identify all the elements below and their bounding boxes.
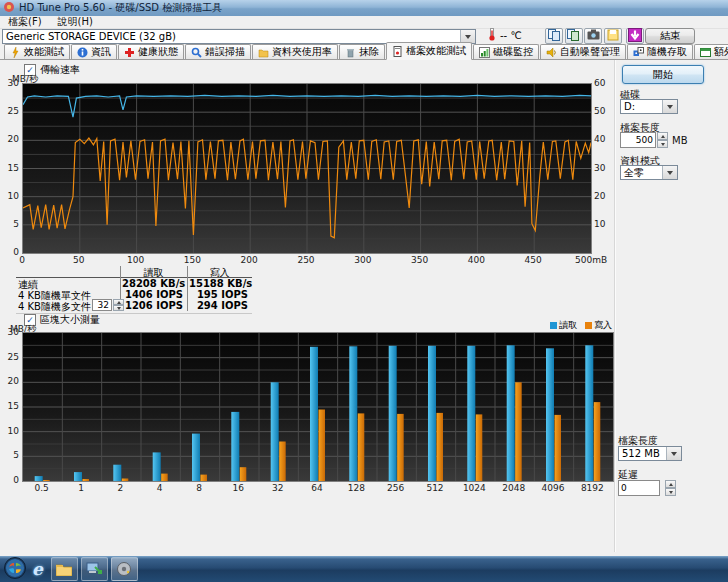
titlebar: HD Tune Pro 5.60 - 硬碟/SSD 檢測掃描工具 [0,0,728,16]
tab-6[interactable]: 檔案效能測試 [386,42,472,60]
table-line-v [187,266,188,311]
exit-button[interactable]: 結束 [645,28,695,44]
legend-swatch [585,322,592,329]
chart1-ytick-left: 25 [2,106,19,116]
stepper-down-icon[interactable] [657,140,668,148]
read-bar-4 [153,452,161,481]
chart2-xtick: 64 [299,483,335,493]
legend-item-讀取: 讀取 [550,319,577,332]
chart1-xtick: 100 [121,255,151,265]
tab-2[interactable]: 健康狀態 [118,44,184,59]
write-bar-2 [122,479,129,482]
read-bar-1 [74,472,82,481]
chart2-xtick: 4 [142,483,178,493]
chart2-xtick: 8192 [574,483,610,493]
tab-label: 磁碟監控 [493,45,533,59]
temperature-readout: -- ℃ [500,30,522,41]
read-bar-8 [192,434,200,481]
chart2-ytick: 5 [2,450,19,460]
stepper-up-icon[interactable] [657,132,668,140]
stepper-down-icon[interactable] [113,305,124,311]
chart1-ytick-right: 50 [594,106,605,116]
chart2-legend: 讀取寫入 [440,319,612,332]
disk-select-value: D: [621,101,662,112]
chart1-xtick: 0 [7,255,37,265]
read-bar-512 [428,346,436,481]
disk-select[interactable]: D: [620,99,678,114]
tab-9[interactable]: 隨機存取 [627,44,693,59]
table-row-write: 15188 KB/s [189,278,248,289]
stepper-up-icon[interactable] [665,480,676,488]
random-access-icon [633,47,644,58]
chart2-xtick: 1 [63,483,99,493]
hdtune-icon[interactable] [111,557,138,581]
tab-5[interactable]: 抹除 [339,44,385,59]
ie-icon[interactable]: e [32,559,43,579]
extra-tests-icon [700,47,711,58]
block-file-length-select[interactable]: 512 MB [618,446,682,461]
explorer-icon[interactable] [51,557,78,581]
chart2-ytick: 0 [2,475,19,485]
delay-stepper[interactable]: 0 [618,480,676,496]
data-pattern-select[interactable]: 全零 [620,165,678,180]
tab-10[interactable]: 額外測試 [694,44,728,59]
chart1-ytick-left: 10 [2,191,19,201]
menu-item-0[interactable]: 檔案(F) [0,15,50,29]
copy-results-button[interactable] [545,28,563,44]
chart2-ytick: 25 [2,352,19,362]
tab-label: 健康狀態 [138,45,178,59]
toolbar: Generic STORAGE DEVICE (32 gB) -- ℃ 結束 [0,28,728,44]
save-button[interactable] [604,28,622,44]
chart1-xtick: 250 [291,255,321,265]
tab-3[interactable]: 錯誤掃描 [185,44,251,59]
chart2-xtick: 32 [260,483,296,493]
chart2-xtick: 1024 [456,483,492,493]
file-benchmark-icon [392,46,403,57]
chart2-xtick: 2048 [496,483,532,493]
chevron-down-icon[interactable] [662,166,677,179]
tab-1[interactable]: 資訊 [71,44,117,59]
delay-value[interactable]: 0 [618,480,660,496]
write-bar-1024 [476,414,483,481]
copy-image-button[interactable] [565,28,583,44]
screenshot-button[interactable] [584,28,602,44]
tab-8[interactable]: 自動噪聲管理 [540,44,626,59]
write-bar-512 [437,413,444,481]
tab-4[interactable]: 資料夾使用率 [252,44,338,59]
transfer-rate-label: 傳輸速率 [40,63,80,77]
write-bar-128 [358,413,365,481]
chart2-xtick: 4096 [535,483,571,493]
taskbar: e ?32°⁄▦✓S◄⇄◀ 下午 04:21 2015/12/6 [0,556,728,582]
write-bar-2048 [515,382,522,481]
tab-label: 資訊 [91,45,111,59]
stepper-down-icon[interactable] [665,488,676,496]
chevron-down-icon[interactable] [666,447,681,460]
chart1-xtick: 200 [234,255,264,265]
block-size-chart [22,332,614,482]
block-size-label: 區塊大小測量 [40,313,100,327]
tab-0[interactable]: 效能測試 [4,44,70,59]
file-length-stepper[interactable]: 500 [620,132,668,148]
read-bar-2 [113,465,121,481]
copy-results-icon [548,29,561,44]
remote-desktop-icon[interactable] [81,557,108,581]
read-bar-256 [389,346,397,481]
chevron-down-icon[interactable] [662,100,677,113]
start-button[interactable]: 開始 [622,65,704,84]
read-bar-4096 [546,348,554,481]
chart1-xtick: 150 [177,255,207,265]
start-button-label: 開始 [653,68,673,82]
table-row-read: 1206 IOPS [122,300,183,311]
tab-7[interactable]: 磁碟監控 [473,44,539,59]
file-length-value[interactable]: 500 [620,132,656,148]
menu-item-1[interactable]: 說明(H) [50,15,101,29]
chart1-ytick-left: 15 [2,163,19,173]
legend-label: 讀取 [559,319,577,332]
chart2-xtick: 2 [102,483,138,493]
tab-label: 抹除 [359,45,379,59]
start-button-orb[interactable] [4,557,26,582]
multi-file-count-stepper[interactable]: 32 [92,299,124,311]
main-content: ✓ 傳輸速率 MB/秒 3025201510506050403020100501… [0,60,728,556]
multi-file-count-value[interactable]: 32 [92,299,112,311]
update-button[interactable] [626,28,644,44]
